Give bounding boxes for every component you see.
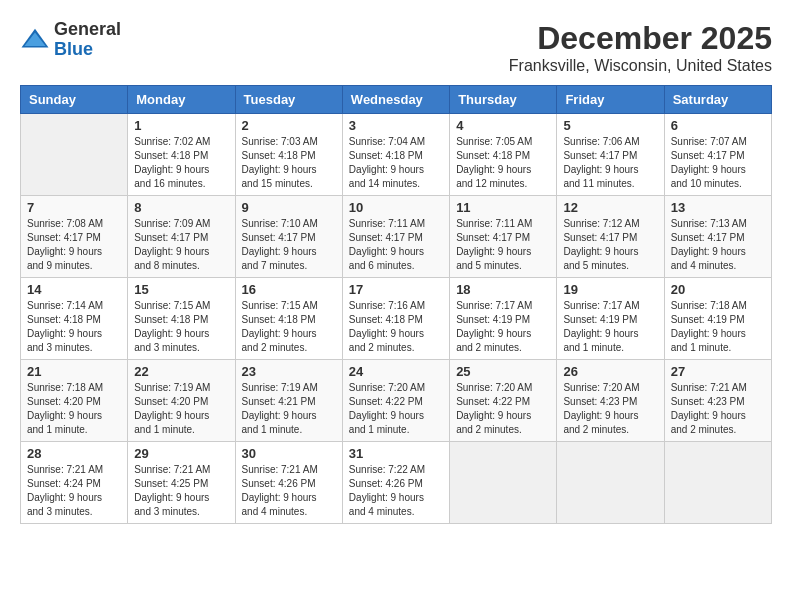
day-info: Sunrise: 7:21 AMSunset: 4:23 PMDaylight:…	[671, 381, 765, 437]
day-info: Sunrise: 7:21 AMSunset: 4:24 PMDaylight:…	[27, 463, 121, 519]
calendar-table: SundayMondayTuesdayWednesdayThursdayFrid…	[20, 85, 772, 524]
day-number: 21	[27, 364, 121, 379]
calendar-cell: 5Sunrise: 7:06 AMSunset: 4:17 PMDaylight…	[557, 114, 664, 196]
day-number: 31	[349, 446, 443, 461]
day-info: Sunrise: 7:09 AMSunset: 4:17 PMDaylight:…	[134, 217, 228, 273]
calendar-cell: 10Sunrise: 7:11 AMSunset: 4:17 PMDayligh…	[342, 196, 449, 278]
page-header: General Blue December 2025 Franksville, …	[20, 20, 772, 75]
day-info: Sunrise: 7:11 AMSunset: 4:17 PMDaylight:…	[456, 217, 550, 273]
day-info: Sunrise: 7:21 AMSunset: 4:26 PMDaylight:…	[242, 463, 336, 519]
calendar-cell: 6Sunrise: 7:07 AMSunset: 4:17 PMDaylight…	[664, 114, 771, 196]
day-info: Sunrise: 7:15 AMSunset: 4:18 PMDaylight:…	[242, 299, 336, 355]
day-number: 19	[563, 282, 657, 297]
logo-text: General Blue	[54, 20, 121, 60]
header-day-saturday: Saturday	[664, 86, 771, 114]
week-row-2: 7Sunrise: 7:08 AMSunset: 4:17 PMDaylight…	[21, 196, 772, 278]
day-info: Sunrise: 7:16 AMSunset: 4:18 PMDaylight:…	[349, 299, 443, 355]
day-number: 16	[242, 282, 336, 297]
calendar-cell: 26Sunrise: 7:20 AMSunset: 4:23 PMDayligh…	[557, 360, 664, 442]
logo-blue: Blue	[54, 40, 121, 60]
calendar-cell: 23Sunrise: 7:19 AMSunset: 4:21 PMDayligh…	[235, 360, 342, 442]
day-number: 9	[242, 200, 336, 215]
day-number: 18	[456, 282, 550, 297]
calendar-subtitle: Franksville, Wisconsin, United States	[509, 57, 772, 75]
calendar-cell: 28Sunrise: 7:21 AMSunset: 4:24 PMDayligh…	[21, 442, 128, 524]
day-info: Sunrise: 7:03 AMSunset: 4:18 PMDaylight:…	[242, 135, 336, 191]
header-day-sunday: Sunday	[21, 86, 128, 114]
day-number: 12	[563, 200, 657, 215]
logo-general: General	[54, 20, 121, 40]
day-info: Sunrise: 7:17 AMSunset: 4:19 PMDaylight:…	[563, 299, 657, 355]
calendar-cell: 24Sunrise: 7:20 AMSunset: 4:22 PMDayligh…	[342, 360, 449, 442]
day-number: 25	[456, 364, 550, 379]
day-number: 11	[456, 200, 550, 215]
calendar-cell: 12Sunrise: 7:12 AMSunset: 4:17 PMDayligh…	[557, 196, 664, 278]
week-row-5: 28Sunrise: 7:21 AMSunset: 4:24 PMDayligh…	[21, 442, 772, 524]
calendar-cell: 9Sunrise: 7:10 AMSunset: 4:17 PMDaylight…	[235, 196, 342, 278]
calendar-cell: 16Sunrise: 7:15 AMSunset: 4:18 PMDayligh…	[235, 278, 342, 360]
header-day-monday: Monday	[128, 86, 235, 114]
day-number: 3	[349, 118, 443, 133]
calendar-cell: 21Sunrise: 7:18 AMSunset: 4:20 PMDayligh…	[21, 360, 128, 442]
day-info: Sunrise: 7:21 AMSunset: 4:25 PMDaylight:…	[134, 463, 228, 519]
day-info: Sunrise: 7:19 AMSunset: 4:21 PMDaylight:…	[242, 381, 336, 437]
day-number: 5	[563, 118, 657, 133]
day-info: Sunrise: 7:05 AMSunset: 4:18 PMDaylight:…	[456, 135, 550, 191]
calendar-title: December 2025	[509, 20, 772, 57]
calendar-cell: 22Sunrise: 7:19 AMSunset: 4:20 PMDayligh…	[128, 360, 235, 442]
day-info: Sunrise: 7:22 AMSunset: 4:26 PMDaylight:…	[349, 463, 443, 519]
day-number: 2	[242, 118, 336, 133]
day-info: Sunrise: 7:20 AMSunset: 4:22 PMDaylight:…	[349, 381, 443, 437]
day-number: 28	[27, 446, 121, 461]
day-number: 20	[671, 282, 765, 297]
day-info: Sunrise: 7:18 AMSunset: 4:19 PMDaylight:…	[671, 299, 765, 355]
title-block: December 2025 Franksville, Wisconsin, Un…	[509, 20, 772, 75]
calendar-cell	[557, 442, 664, 524]
calendar-cell: 2Sunrise: 7:03 AMSunset: 4:18 PMDaylight…	[235, 114, 342, 196]
calendar-cell: 20Sunrise: 7:18 AMSunset: 4:19 PMDayligh…	[664, 278, 771, 360]
day-number: 26	[563, 364, 657, 379]
day-number: 1	[134, 118, 228, 133]
calendar-cell	[450, 442, 557, 524]
header-day-thursday: Thursday	[450, 86, 557, 114]
day-number: 4	[456, 118, 550, 133]
day-info: Sunrise: 7:06 AMSunset: 4:17 PMDaylight:…	[563, 135, 657, 191]
day-number: 29	[134, 446, 228, 461]
day-info: Sunrise: 7:02 AMSunset: 4:18 PMDaylight:…	[134, 135, 228, 191]
day-number: 14	[27, 282, 121, 297]
day-info: Sunrise: 7:18 AMSunset: 4:20 PMDaylight:…	[27, 381, 121, 437]
day-number: 17	[349, 282, 443, 297]
day-number: 10	[349, 200, 443, 215]
calendar-cell	[21, 114, 128, 196]
day-info: Sunrise: 7:14 AMSunset: 4:18 PMDaylight:…	[27, 299, 121, 355]
day-info: Sunrise: 7:08 AMSunset: 4:17 PMDaylight:…	[27, 217, 121, 273]
day-number: 6	[671, 118, 765, 133]
calendar-cell: 13Sunrise: 7:13 AMSunset: 4:17 PMDayligh…	[664, 196, 771, 278]
calendar-cell: 7Sunrise: 7:08 AMSunset: 4:17 PMDaylight…	[21, 196, 128, 278]
logo: General Blue	[20, 20, 121, 60]
calendar-cell: 29Sunrise: 7:21 AMSunset: 4:25 PMDayligh…	[128, 442, 235, 524]
calendar-body: 1Sunrise: 7:02 AMSunset: 4:18 PMDaylight…	[21, 114, 772, 524]
calendar-cell: 27Sunrise: 7:21 AMSunset: 4:23 PMDayligh…	[664, 360, 771, 442]
calendar-cell: 25Sunrise: 7:20 AMSunset: 4:22 PMDayligh…	[450, 360, 557, 442]
calendar-cell: 15Sunrise: 7:15 AMSunset: 4:18 PMDayligh…	[128, 278, 235, 360]
day-info: Sunrise: 7:13 AMSunset: 4:17 PMDaylight:…	[671, 217, 765, 273]
day-number: 7	[27, 200, 121, 215]
calendar-cell: 30Sunrise: 7:21 AMSunset: 4:26 PMDayligh…	[235, 442, 342, 524]
header-day-tuesday: Tuesday	[235, 86, 342, 114]
day-number: 30	[242, 446, 336, 461]
day-info: Sunrise: 7:20 AMSunset: 4:23 PMDaylight:…	[563, 381, 657, 437]
logo-icon	[20, 25, 50, 55]
header-row: SundayMondayTuesdayWednesdayThursdayFrid…	[21, 86, 772, 114]
day-info: Sunrise: 7:10 AMSunset: 4:17 PMDaylight:…	[242, 217, 336, 273]
day-info: Sunrise: 7:11 AMSunset: 4:17 PMDaylight:…	[349, 217, 443, 273]
day-info: Sunrise: 7:20 AMSunset: 4:22 PMDaylight:…	[456, 381, 550, 437]
week-row-3: 14Sunrise: 7:14 AMSunset: 4:18 PMDayligh…	[21, 278, 772, 360]
calendar-cell: 18Sunrise: 7:17 AMSunset: 4:19 PMDayligh…	[450, 278, 557, 360]
day-info: Sunrise: 7:17 AMSunset: 4:19 PMDaylight:…	[456, 299, 550, 355]
header-day-friday: Friday	[557, 86, 664, 114]
calendar-cell: 31Sunrise: 7:22 AMSunset: 4:26 PMDayligh…	[342, 442, 449, 524]
calendar-header: SundayMondayTuesdayWednesdayThursdayFrid…	[21, 86, 772, 114]
day-info: Sunrise: 7:07 AMSunset: 4:17 PMDaylight:…	[671, 135, 765, 191]
calendar-cell	[664, 442, 771, 524]
